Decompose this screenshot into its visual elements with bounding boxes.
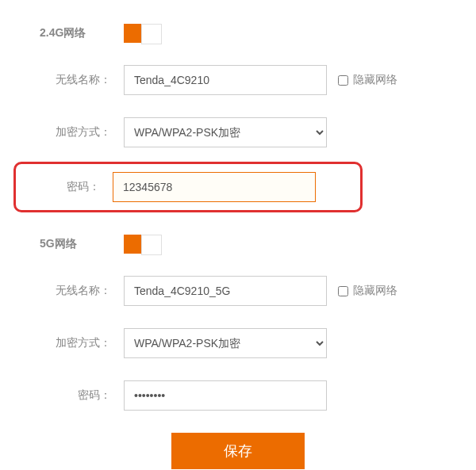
label-24g-ssid: 无线名称： — [40, 73, 124, 87]
checkbox-5g-hide[interactable] — [338, 286, 348, 296]
hide-24g-group: 隐藏网络 — [338, 73, 397, 87]
input-24g-ssid[interactable] — [124, 65, 327, 95]
section-5g-title: 5G网络 — [40, 237, 124, 251]
hide-5g-group: 隐藏网络 — [338, 284, 397, 298]
row-24g-enc: 加密方式： WPA/WPA2-PSK加密 — [16, 117, 460, 147]
label-5g-enc: 加密方式： — [40, 336, 124, 350]
input-5g-password[interactable] — [124, 380, 327, 411]
label-24g-hide: 隐藏网络 — [353, 73, 397, 87]
checkbox-24g-hide[interactable] — [338, 75, 348, 86]
section-24g-header: 2.4G网络 — [16, 24, 460, 43]
save-row: 保存 — [16, 433, 460, 469]
select-24g-enc[interactable]: WPA/WPA2-PSK加密 — [124, 117, 327, 147]
section-5g-header: 5G网络 — [16, 235, 460, 254]
toggle-5g[interactable] — [124, 235, 162, 254]
input-24g-password[interactable] — [113, 172, 316, 202]
row-24g-password-highlight: 密码： — [13, 162, 363, 212]
select-5g-enc[interactable]: WPA/WPA2-PSK加密 — [124, 328, 327, 358]
section-24g-title: 2.4G网络 — [40, 26, 124, 40]
label-5g-password: 密码： — [40, 388, 124, 403]
row-24g-ssid: 无线名称： 隐藏网络 — [16, 65, 460, 95]
save-button[interactable]: 保存 — [171, 433, 305, 469]
row-5g-enc: 加密方式： WPA/WPA2-PSK加密 — [16, 328, 460, 358]
row-5g-ssid: 无线名称： 隐藏网络 — [16, 276, 460, 306]
input-5g-ssid[interactable] — [124, 276, 327, 306]
label-5g-ssid: 无线名称： — [40, 284, 124, 298]
label-5g-hide: 隐藏网络 — [353, 284, 397, 298]
label-24g-enc: 加密方式： — [40, 125, 124, 139]
label-24g-password: 密码： — [40, 180, 113, 194]
row-5g-password: 密码： — [16, 380, 460, 411]
toggle-24g[interactable] — [124, 24, 162, 43]
